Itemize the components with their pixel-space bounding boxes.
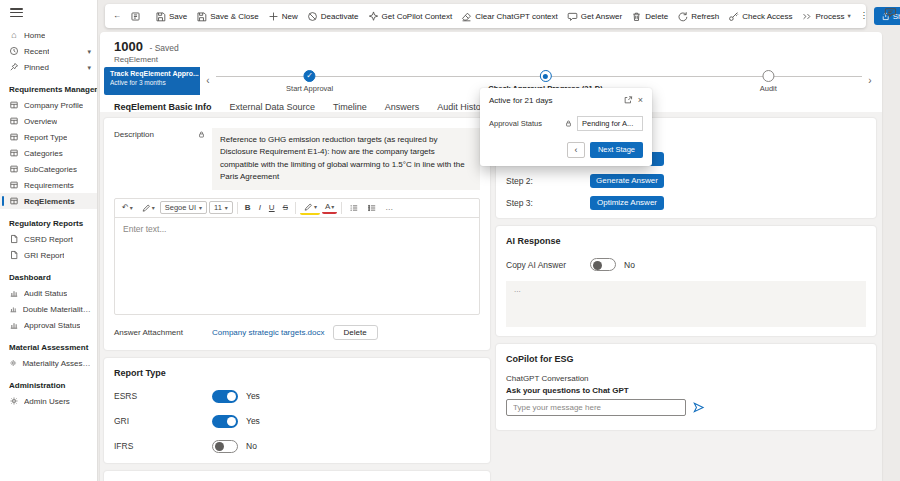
sidebar-item-label: Pinned xyxy=(24,63,49,72)
numbered-list-button[interactable] xyxy=(364,202,380,214)
stage-duration: Active for 21 days xyxy=(489,96,553,105)
save-button[interactable]: Save xyxy=(151,6,191,26)
section-title: AI Response xyxy=(506,236,866,246)
bullet-list-button[interactable] xyxy=(346,202,362,214)
clear-chatgpt-context-button[interactable]: Clear ChatGPT context xyxy=(457,6,562,26)
chatgpt-message-input[interactable] xyxy=(506,399,686,416)
richtext-input[interactable]: Enter text... xyxy=(115,218,479,314)
record-title: 1000 xyxy=(114,39,143,54)
form-switcher-button[interactable] xyxy=(126,6,145,26)
esrs-label: ESRS xyxy=(114,391,212,401)
underline-button[interactable]: U xyxy=(266,202,278,213)
attachment-file-link[interactable]: Company strategic targets.docx xyxy=(212,328,325,337)
menu-icon[interactable] xyxy=(10,8,23,17)
format-painter-button[interactable]: ▾ xyxy=(138,202,158,214)
approval-status-label: Approval Status xyxy=(489,119,560,128)
generate-answer-button[interactable]: Generate Answer xyxy=(590,174,664,188)
sidebar-item-label: Admin Users xyxy=(24,397,70,406)
font-size-select[interactable]: 11▾ xyxy=(209,201,233,214)
stage-start-approval[interactable]: ✓ Start Approval xyxy=(286,70,333,93)
gear-icon xyxy=(9,358,17,368)
overflow-button[interactable]: ⋮ xyxy=(856,6,872,26)
sidebar-item-admin-users[interactable]: Admin Users xyxy=(0,393,97,409)
approval-info-section: Approval Info xyxy=(104,471,490,481)
sidebar-item-label: Home xyxy=(24,31,45,40)
sidebar-item-subcategories[interactable]: SubCategories xyxy=(0,161,97,177)
command-bar: ← Save Save & Close New Deactivate Get C… xyxy=(105,4,866,28)
plus-icon xyxy=(268,11,279,22)
sidebar-item-approval-status[interactable]: Approval Status xyxy=(0,317,97,333)
step-3-label: Step 3: xyxy=(506,198,590,208)
gear-icon xyxy=(9,396,19,406)
gri-toggle[interactable] xyxy=(212,415,238,428)
undo-button[interactable]: ↶▾ xyxy=(119,203,136,213)
sidebar-item-home[interactable]: ⌂ Home xyxy=(0,27,97,43)
sidebar-item-audit-status[interactable]: Audit Status xyxy=(0,285,97,301)
sidebar-item-company-profile[interactable]: Company Profile xyxy=(0,97,97,113)
lock-icon xyxy=(197,130,206,139)
copy-ai-answer-toggle[interactable] xyxy=(590,258,616,271)
description-value[interactable]: Reference to GHG emission reduction targ… xyxy=(212,128,480,190)
check-access-button[interactable]: Check Access xyxy=(724,6,796,26)
ban-icon xyxy=(307,11,318,22)
process-badge[interactable]: Track ReqElement Appro... Active for 3 m… xyxy=(104,67,200,95)
approval-status-value[interactable]: Pending for A... xyxy=(577,116,643,131)
sidebar-item-csrd-report[interactable]: CSRD Report xyxy=(0,231,97,247)
process-scroll-right[interactable]: › xyxy=(862,76,878,86)
new-button[interactable]: New xyxy=(264,6,302,26)
optimize-answer-button[interactable]: Optimize Answer xyxy=(590,196,664,210)
font-color-button[interactable]: A▾ xyxy=(322,201,337,214)
process-button[interactable]: Process▾ xyxy=(798,6,855,26)
bold-button[interactable]: B xyxy=(242,202,254,213)
sidebar-item-categories[interactable]: Categories xyxy=(0,145,97,161)
sidebar-item-recent[interactable]: Recent ▾ xyxy=(0,43,97,59)
popout-icon[interactable] xyxy=(623,95,633,105)
sidebar-item-pinned[interactable]: Pinned ▾ xyxy=(0,59,97,75)
get-answer-button[interactable]: Get Answer xyxy=(563,6,626,26)
next-stage-button[interactable]: Next Stage xyxy=(590,142,643,158)
deactivate-button[interactable]: Deactivate xyxy=(303,6,363,26)
esrs-toggle[interactable] xyxy=(212,390,238,403)
back-button[interactable]: ← xyxy=(109,6,125,26)
approval-status-field: Approval Status Pending for A... xyxy=(489,116,643,131)
table-icon xyxy=(9,100,19,110)
more-formatting-button[interactable]: … xyxy=(382,203,396,213)
save-and-close-button[interactable]: Save & Close xyxy=(192,6,262,26)
chevron-down-icon[interactable]: ▾ xyxy=(87,48,91,55)
ask-chatgpt-label: Ask your questions to Chat GPT xyxy=(506,386,866,395)
sidebar-group-title: Dashboard xyxy=(0,263,97,285)
sidebar-item-overview[interactable]: Overview xyxy=(0,113,97,129)
close-icon[interactable]: × xyxy=(638,96,643,105)
sidebar-item-double-materiality[interactable]: Double Materiality R... xyxy=(0,301,97,317)
sidebar-item-reqelements[interactable]: ReqElements xyxy=(0,193,97,209)
ifrs-toggle[interactable] xyxy=(212,440,238,453)
get-copilot-context-button[interactable]: Get CoPilot Context xyxy=(364,6,457,26)
sidebar-item-gri-report[interactable]: GRI Report xyxy=(0,247,97,263)
sidebar-item-label: Audit Status xyxy=(24,289,67,298)
highlight-button[interactable]: ▾ xyxy=(300,201,320,215)
sparkle-icon xyxy=(368,11,379,22)
sidebar-item-report-type[interactable]: Report Type xyxy=(0,129,97,145)
previous-stage-button[interactable]: ‹ xyxy=(567,142,585,158)
pen-icon xyxy=(141,203,151,213)
stage-audit[interactable]: Audit xyxy=(760,70,777,93)
sidebar-item-materiality-assessment[interactable]: Materiality Assessme... xyxy=(0,355,97,371)
strikethrough-button[interactable]: S xyxy=(280,202,291,213)
document-icon xyxy=(9,250,19,260)
feedback-button[interactable] xyxy=(884,6,897,19)
sidebar-item-label: GRI Report xyxy=(24,251,64,260)
chevron-down-icon[interactable]: ▾ xyxy=(87,64,91,71)
ai-answer-textarea[interactable]: ... xyxy=(506,281,866,327)
italic-button[interactable]: I xyxy=(256,202,264,213)
refresh-button[interactable]: Refresh xyxy=(673,6,723,26)
sidebar-item-label: Requirements xyxy=(24,181,74,190)
chatgpt-conversation-label: ChatGPT Conversation xyxy=(506,374,866,383)
process-scroll-left[interactable]: ‹ xyxy=(200,76,216,86)
sidebar-group-title: Regulatory Reports xyxy=(0,209,97,231)
send-icon[interactable] xyxy=(692,401,705,414)
delete-button[interactable]: Delete xyxy=(627,6,672,26)
sidebar-item-requirements[interactable]: Requirements xyxy=(0,177,97,193)
font-family-select[interactable]: Segoe UI▾ xyxy=(160,201,207,214)
attachment-delete-button[interactable]: Delete xyxy=(333,325,378,340)
sidebar: ⌂ Home Recent ▾ Pinned ▾ Requirements Ma… xyxy=(0,0,98,481)
